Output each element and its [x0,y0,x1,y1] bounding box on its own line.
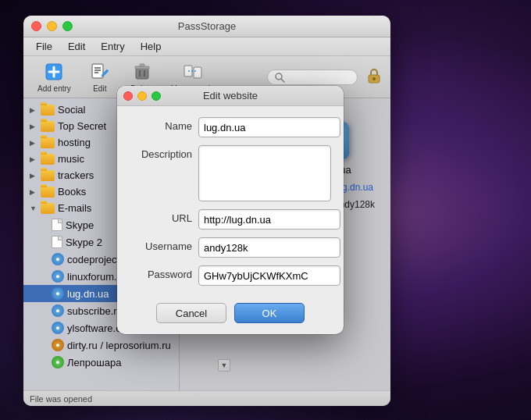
web-icon: ● [52,287,64,300]
cancel-button[interactable]: Cancel [156,303,226,323]
file-icon [52,236,62,248]
menu-edit[interactable]: Edit [62,39,91,54]
folder-icon [41,154,55,165]
sidebar-item-dirty[interactable]: ● dirty.ru / leprosorium.ru [23,336,179,354]
folder-icon [41,121,55,132]
main-title-bar: PassStorage [23,16,390,37]
search-input[interactable] [288,72,351,83]
maximize-button[interactable] [62,21,73,31]
description-row: Description [130,145,331,201]
url-row: URL [130,209,331,230]
menu-entry[interactable]: Entry [94,39,130,54]
dialog-body: Name Description URL Username Password [117,106,344,297]
web-icon: ● [52,322,64,334]
close-button[interactable] [31,21,41,31]
web-icon: ● [52,253,64,265]
password-wrap [198,265,344,286]
edit-button[interactable]: Edit [80,58,119,96]
username-input[interactable] [198,237,340,258]
lock-icon [365,67,383,84]
dialog-title-bar: Edit website [117,86,344,106]
file-icon [52,219,62,231]
folder-icon [41,170,55,181]
minimize-button[interactable] [47,21,57,31]
username-row: Username [130,237,331,258]
status-text: File was opened [30,394,92,404]
app-title: PassStorage [178,20,236,32]
menu-file[interactable]: File [30,39,59,54]
menu-bar: File Edit Entry Help [23,37,390,56]
svg-rect-9 [140,64,144,66]
merge-icon [182,61,204,83]
name-label: Name [130,117,192,132]
edit-dialog: Edit website Name Description URL Userna… [117,86,344,334]
edit-label: Edit [93,84,106,93]
window-controls [31,21,73,31]
dialog-minimize-button[interactable] [137,91,147,101]
username-label: Username [130,237,192,252]
url-label: URL [130,209,192,224]
svg-rect-3 [92,64,103,78]
name-row: Name [130,117,331,137]
name-input[interactable] [198,117,340,137]
svg-rect-7 [136,68,148,79]
web-icon: ● [52,304,64,317]
menu-help[interactable]: Help [134,39,168,54]
delete-icon [131,61,153,83]
description-input[interactable] [198,145,331,201]
status-bar: File was opened [23,390,390,406]
svg-point-17 [372,77,376,80]
folder-icon [41,187,55,198]
web-icon: ● [52,270,64,283]
add-icon [43,61,65,83]
lock-icon-area [365,67,383,87]
dialog-close-button[interactable] [123,91,133,101]
scroll-down-arrow[interactable]: ▼ [218,359,230,372]
search-icon [274,72,285,83]
search-box[interactable] [267,69,358,85]
svg-rect-13 [194,67,201,78]
add-entry-label: Add entry [37,84,71,93]
edit-icon [89,61,111,83]
url-input[interactable] [198,209,340,230]
password-input[interactable] [198,265,340,286]
password-row: Password [130,265,331,286]
description-label: Description [130,145,192,160]
svg-line-15 [281,79,284,82]
dialog-title: Edit website [203,90,258,101]
ok-button[interactable]: OK [234,303,305,323]
dialog-maximize-button[interactable] [151,91,161,101]
folder-icon [41,137,55,148]
password-label: Password [130,265,192,280]
dialog-window-controls [123,91,161,101]
web-icon: ● [52,339,64,351]
folder-icon [41,105,55,116]
dialog-actions: Cancel OK [117,297,344,334]
folder-icon [41,203,55,214]
web-icon: ● [52,356,64,368]
add-entry-button[interactable]: Add entry [31,58,77,96]
sidebar-item-leproshara[interactable]: ● Лепрошара [23,354,179,371]
